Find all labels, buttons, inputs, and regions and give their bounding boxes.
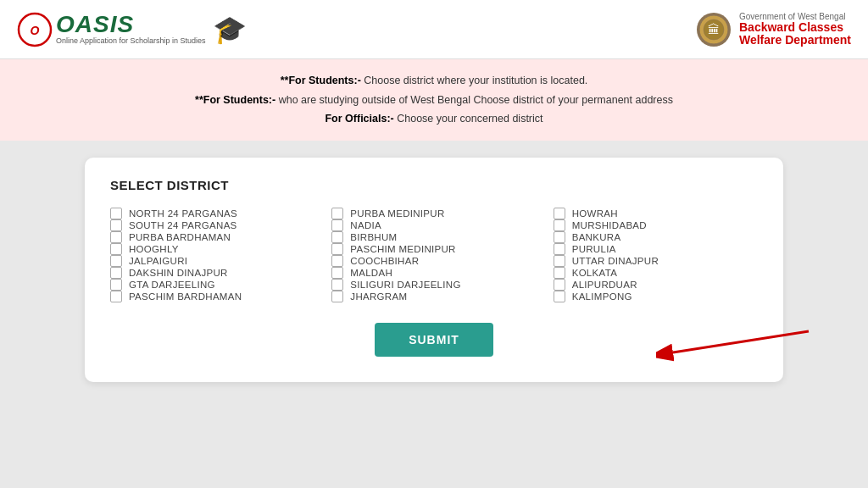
district-checkbox[interactable]	[331, 243, 343, 255]
district-item[interactable]: NORTH 24 PARGANAS	[110, 208, 314, 219]
svg-line-6	[673, 331, 809, 352]
district-checkbox[interactable]	[110, 243, 122, 255]
district-checkbox[interactable]	[331, 231, 343, 243]
district-label: PASCHIM BARDHAMAN	[129, 291, 242, 302]
district-item[interactable]: MURSHIDABAD	[554, 219, 758, 231]
district-checkbox[interactable]	[110, 255, 122, 267]
district-label: SILIGURI DARJEELING	[350, 280, 460, 290]
district-label: JHARGRAM	[350, 291, 407, 302]
gov-line1: Government of West Bengal	[739, 12, 851, 21]
district-checkbox[interactable]	[110, 267, 122, 279]
submit-button[interactable]: SUBMIT	[375, 323, 493, 357]
district-label: PASCHIM MEDINIPUR	[350, 244, 455, 254]
district-label: BIRBHUM	[350, 232, 397, 242]
district-checkbox[interactable]	[331, 279, 343, 291]
gov-emblem-svg: 🏛	[698, 14, 729, 45]
district-item[interactable]: PURBA MEDINIPUR	[331, 208, 536, 219]
district-label: DAKSHIN DINAJPUR	[129, 268, 228, 278]
district-item[interactable]: DAKSHIN DINAJPUR	[110, 267, 314, 279]
district-checkbox[interactable]	[331, 219, 343, 231]
district-item[interactable]: NADIA	[331, 219, 536, 231]
arrow-svg	[656, 323, 826, 365]
logo-right: 🏛 Government of West Bengal Backward Cla…	[697, 12, 851, 47]
district-item[interactable]: JHARGRAM	[331, 291, 536, 302]
notice-line2-text: who are studying outside of West Bengal …	[279, 94, 673, 106]
gov-emblem: 🏛	[697, 13, 731, 47]
district-label: PURBA BARDHAMAN	[129, 232, 231, 242]
notice-line3: For Officials:- Choose your concerned di…	[17, 109, 851, 129]
district-checkbox[interactable]	[110, 208, 122, 219]
notice-banner: **For Students:- Choose district where y…	[0, 59, 868, 141]
district-item[interactable]: KALIMPONG	[554, 291, 758, 302]
district-label: ALIPURDUAR	[572, 280, 637, 290]
district-item[interactable]: SOUTH 24 PARGANAS	[110, 219, 314, 231]
district-label: KOLKATA	[572, 268, 617, 278]
district-label: PURBA MEDINIPUR	[350, 208, 444, 219]
gov-text: Government of West Bengal Backward Class…	[739, 12, 851, 47]
district-item[interactable]: BIRBHUM	[331, 231, 536, 243]
district-label: MURSHIDABAD	[572, 220, 647, 230]
district-checkbox[interactable]	[554, 208, 565, 219]
district-item[interactable]: JALPAIGURI	[110, 255, 314, 267]
oasis-logo: O OASIS Online Application for Scholarsh…	[17, 12, 206, 47]
district-checkbox[interactable]	[554, 291, 565, 302]
oasis-text-block: OASIS Online Application for Scholarship…	[56, 13, 206, 46]
district-item[interactable]: BANKURA	[554, 231, 758, 243]
district-checkbox[interactable]	[331, 267, 343, 279]
district-label: KALIMPONG	[572, 291, 632, 302]
district-item[interactable]: KOLKATA	[554, 267, 758, 279]
district-checkbox[interactable]	[554, 243, 565, 255]
districts-grid: NORTH 24 PARGANASSOUTH 24 PARGANASPURBA …	[110, 208, 758, 302]
district-item[interactable]: PASCHIM MEDINIPUR	[331, 243, 536, 255]
district-label: JALPAIGURI	[129, 256, 187, 266]
district-checkbox[interactable]	[554, 219, 565, 231]
notice-line2-bold: **For Students:-	[195, 94, 275, 106]
district-item[interactable]: HOOGHLY	[110, 243, 314, 255]
notice-line1: **For Students:- Choose district where y…	[17, 71, 851, 91]
district-item[interactable]: PURBA BARDHAMAN	[110, 231, 314, 243]
oasis-title: OASIS	[56, 13, 206, 36]
card-title: SELECT DISTRICT	[110, 178, 758, 192]
district-checkbox[interactable]	[331, 255, 343, 267]
district-checkbox[interactable]	[110, 231, 122, 243]
district-checkbox[interactable]	[110, 279, 122, 291]
gov-line3: Welfare Department	[739, 34, 851, 47]
district-item[interactable]: PURULIA	[554, 243, 758, 255]
district-label: SOUTH 24 PARGANAS	[129, 220, 237, 230]
notice-line1-text: Choose district where your institution i…	[364, 75, 587, 86]
district-label: MALDAH	[350, 268, 392, 278]
district-label: HOWRAH	[572, 208, 618, 219]
district-checkbox[interactable]	[554, 231, 565, 243]
district-checkbox[interactable]	[554, 279, 565, 291]
district-checkbox[interactable]	[554, 267, 565, 279]
district-card: SELECT DISTRICT NORTH 24 PARGANASSOUTH 2…	[85, 158, 783, 382]
district-label: BANKURA	[572, 232, 621, 242]
oasis-subtitle: Online Application for Scholarship in St…	[56, 36, 206, 46]
notice-line2: **For Students:- who are studying outsid…	[17, 91, 851, 110]
district-item[interactable]: SILIGURI DARJEELING	[331, 279, 536, 291]
district-item[interactable]: ALIPURDUAR	[554, 279, 758, 291]
district-item[interactable]: GTA DARJEELING	[110, 279, 314, 291]
svg-text:O: O	[31, 24, 40, 37]
notice-line3-text: Choose your concerned district	[397, 113, 542, 125]
district-item[interactable]: PASCHIM BARDHAMAN	[110, 291, 314, 302]
graduation-icon: 🎓	[213, 14, 247, 46]
districts-col3: HOWRAHMURSHIDABADBANKURAPURULIAUTTAR DIN…	[554, 208, 758, 302]
district-checkbox[interactable]	[554, 255, 565, 267]
submit-row: SUBMIT	[110, 323, 758, 357]
district-item[interactable]: UTTAR DINAJPUR	[554, 255, 758, 267]
svg-text:🏛: 🏛	[708, 23, 720, 36]
header: O OASIS Online Application for Scholarsh…	[0, 0, 868, 59]
districts-col1: NORTH 24 PARGANASSOUTH 24 PARGANASPURBA …	[110, 208, 314, 302]
district-checkbox[interactable]	[110, 219, 122, 231]
main-content: SELECT DISTRICT NORTH 24 PARGANASSOUTH 2…	[0, 141, 868, 399]
district-item[interactable]: COOCHBIHAR	[331, 255, 536, 267]
district-label: HOOGHLY	[129, 244, 179, 254]
district-checkbox[interactable]	[110, 291, 122, 302]
district-checkbox[interactable]	[331, 291, 343, 302]
district-item[interactable]: HOWRAH	[554, 208, 758, 219]
district-checkbox[interactable]	[331, 208, 343, 219]
district-label: PURULIA	[572, 244, 616, 254]
district-item[interactable]: MALDAH	[331, 267, 536, 279]
district-label: NORTH 24 PARGANAS	[129, 208, 237, 219]
